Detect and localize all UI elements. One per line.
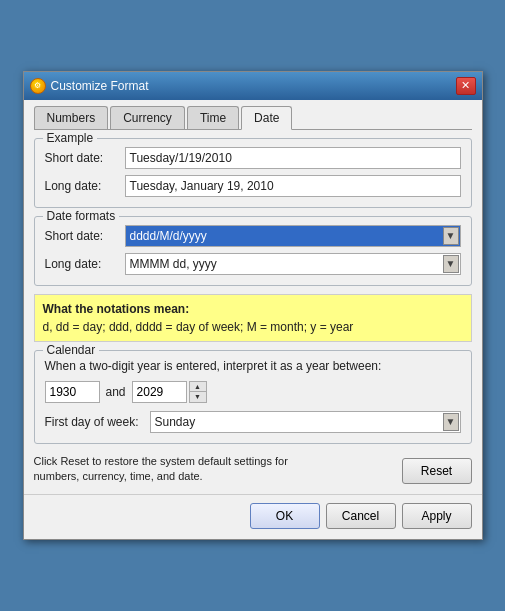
long-date-format-row: Long date: MMMM dd, yyyy dddd, MMMM dd, …	[45, 253, 461, 275]
long-date-label: Long date:	[45, 179, 125, 193]
dialog-content: Numbers Currency Time Date Example Short…	[24, 100, 482, 495]
dow-label: First day of week:	[45, 415, 150, 429]
tab-bar: Numbers Currency Time Date	[34, 106, 472, 130]
year-spinner-down[interactable]: ▼	[190, 392, 206, 402]
tab-time[interactable]: Time	[187, 106, 239, 129]
notation-line1: What the notations mean:	[43, 300, 463, 318]
reset-button[interactable]: Reset	[402, 458, 472, 484]
year-range-row: and ▲ ▼	[45, 381, 461, 403]
title-bar-left: ⚙ Customize Format	[30, 78, 149, 94]
year-from-input[interactable]	[45, 381, 100, 403]
short-date-label: Short date:	[45, 151, 125, 165]
window-title: Customize Format	[51, 79, 149, 93]
long-date-format-label: Long date:	[45, 257, 125, 271]
long-date-row: Long date: Tuesday, January 19, 2010	[45, 175, 461, 197]
year-spinner: ▲ ▼	[189, 381, 207, 403]
example-group: Example Short date: Tuesday/1/19/2010 Lo…	[34, 138, 472, 208]
window-icon: ⚙	[30, 78, 46, 94]
bottom-area: Click Reset to restore the system defaul…	[34, 454, 472, 485]
dow-select-wrap: Sunday Monday Tuesday Wednesday Thursday…	[150, 411, 461, 433]
button-bar: OK Cancel Apply	[24, 494, 482, 539]
tab-numbers[interactable]: Numbers	[34, 106, 109, 129]
dow-select[interactable]: Sunday Monday Tuesday Wednesday Thursday…	[150, 411, 461, 433]
long-date-select[interactable]: MMMM dd, yyyy dddd, MMMM dd, yyyy dd MMM…	[125, 253, 461, 275]
notation-line2: d, dd = day; ddd, dddd = day of week; M …	[43, 318, 463, 336]
short-date-select[interactable]: dddd/M/d/yyyy M/d/yyyy MM/dd/yy MM/dd/yy…	[125, 225, 461, 247]
year-interpret-row: When a two-digit year is entered, interp…	[45, 359, 461, 373]
cancel-button[interactable]: Cancel	[326, 503, 396, 529]
tab-currency[interactable]: Currency	[110, 106, 185, 129]
long-date-value: Tuesday, January 19, 2010	[125, 175, 461, 197]
customize-format-dialog: ⚙ Customize Format ✕ Numbers Currency Ti…	[23, 71, 483, 541]
reset-text: Click Reset to restore the system defaul…	[34, 454, 314, 485]
date-formats-group: Date formats Short date: dddd/M/d/yyyy M…	[34, 216, 472, 286]
short-date-select-wrap: dddd/M/d/yyyy M/d/yyyy MM/dd/yy MM/dd/yy…	[125, 225, 461, 247]
short-date-format-label: Short date:	[45, 229, 125, 243]
short-date-row: Short date: Tuesday/1/19/2010	[45, 147, 461, 169]
year-interpret-text: When a two-digit year is entered, interp…	[45, 359, 382, 373]
long-date-select-wrap: MMMM dd, yyyy dddd, MMMM dd, yyyy dd MMM…	[125, 253, 461, 275]
notation-box: What the notations mean: d, dd = day; dd…	[34, 294, 472, 342]
title-bar: ⚙ Customize Format ✕	[24, 72, 482, 100]
example-group-label: Example	[43, 131, 98, 145]
tab-date[interactable]: Date	[241, 106, 292, 130]
year-and-text: and	[106, 385, 126, 399]
short-date-value: Tuesday/1/19/2010	[125, 147, 461, 169]
dow-row: First day of week: Sunday Monday Tuesday…	[45, 411, 461, 433]
short-date-format-row: Short date: dddd/M/d/yyyy M/d/yyyy MM/dd…	[45, 225, 461, 247]
year-spinner-up[interactable]: ▲	[190, 382, 206, 392]
close-button[interactable]: ✕	[456, 77, 476, 95]
date-formats-group-label: Date formats	[43, 209, 120, 223]
year-to-input[interactable]	[132, 381, 187, 403]
calendar-group-label: Calendar	[43, 343, 100, 357]
ok-button[interactable]: OK	[250, 503, 320, 529]
apply-button[interactable]: Apply	[402, 503, 472, 529]
calendar-group: Calendar When a two-digit year is entere…	[34, 350, 472, 444]
year-to-wrap: ▲ ▼	[132, 381, 207, 403]
